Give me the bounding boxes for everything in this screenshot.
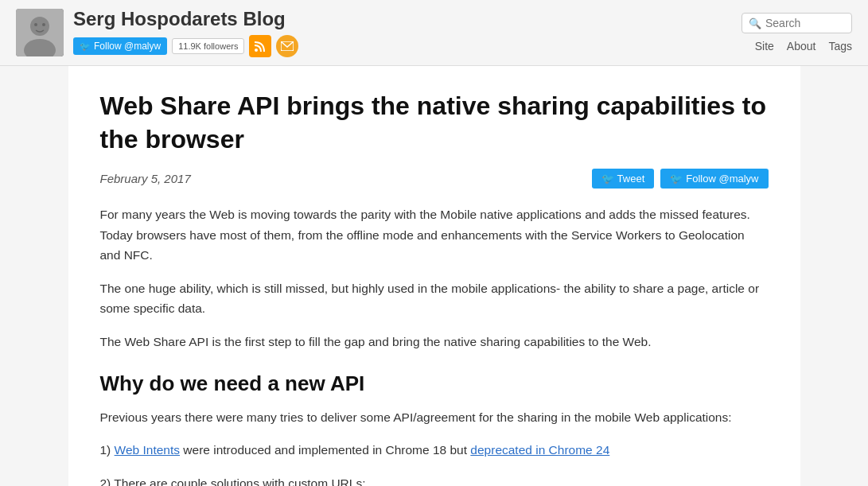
post-paragraph-2: The one huge ability, which is still mis… bbox=[100, 278, 769, 319]
post-date: February 5, 2017 bbox=[100, 172, 191, 185]
tweet-label: Tweet bbox=[617, 173, 645, 185]
header-right: 🔍 Site About Tags bbox=[741, 13, 852, 52]
nav-site[interactable]: Site bbox=[755, 40, 774, 52]
rss-icon[interactable] bbox=[249, 35, 271, 57]
site-header: Serg Hospodarets Blog 🐦 Follow @malyw 11… bbox=[0, 0, 868, 66]
post-body: For many years the Web is moving towards… bbox=[100, 204, 769, 486]
web-intents-link[interactable]: Web Intents bbox=[115, 443, 180, 457]
deprecated-chrome24-link[interactable]: deprecated in Chrome 24 bbox=[470, 443, 609, 457]
post-twitter-icon: 🐦 bbox=[670, 173, 683, 185]
blog-info: Serg Hospodarets Blog 🐦 Follow @malyw 11… bbox=[73, 8, 298, 57]
nav-about[interactable]: About bbox=[787, 40, 816, 52]
svg-point-5 bbox=[255, 49, 258, 52]
blog-title: Serg Hospodarets Blog bbox=[73, 8, 298, 30]
email-icon[interactable] bbox=[276, 35, 298, 57]
svg-point-1 bbox=[30, 17, 49, 36]
list-item-1-middle: were introduced and implemented in Chrom… bbox=[180, 443, 470, 457]
post-actions: 🐦 Tweet 🐦 Follow @malyw bbox=[592, 169, 769, 189]
post-follow-label: Follow @malyw bbox=[686, 173, 758, 185]
search-input[interactable] bbox=[765, 17, 845, 29]
avatar-image bbox=[16, 9, 64, 56]
search-icon: 🔍 bbox=[749, 17, 761, 29]
section1-title: Why do we need a new API bbox=[100, 371, 769, 396]
main-content: Web Share API brings the native sharing … bbox=[68, 66, 800, 486]
section1-p1: Previous years there were many tries to … bbox=[100, 407, 769, 428]
social-buttons: 🐦 Follow @malyw 11.9K followers bbox=[73, 35, 298, 57]
avatar bbox=[16, 9, 64, 56]
search-box[interactable]: 🔍 bbox=[741, 13, 852, 33]
nav-tags[interactable]: Tags bbox=[828, 40, 852, 52]
twitter-icon: 🐦 bbox=[80, 41, 91, 52]
twitter-follow-label: Follow @malyw bbox=[94, 41, 161, 52]
nav-links: Site About Tags bbox=[755, 40, 852, 52]
list-item-1: 1) Web Intents were introduced and imple… bbox=[100, 440, 769, 461]
tweet-icon: 🐦 bbox=[601, 173, 614, 185]
list-item-1-prefix: 1) bbox=[100, 443, 115, 457]
followers-badge: 11.9K followers bbox=[172, 38, 244, 54]
post-follow-button[interactable]: 🐦 Follow @malyw bbox=[660, 169, 768, 189]
post-meta-row: February 5, 2017 🐦 Tweet 🐦 Follow @malyw bbox=[100, 169, 769, 189]
svg-point-3 bbox=[34, 23, 37, 26]
list-item-2-prefix: 2) There are couple solutions with custo… bbox=[100, 473, 769, 486]
header-left: Serg Hospodarets Blog 🐦 Follow @malyw 11… bbox=[16, 8, 298, 57]
page-container: Serg Hospodarets Blog 🐦 Follow @malyw 11… bbox=[0, 0, 868, 486]
tweet-button[interactable]: 🐦 Tweet bbox=[592, 169, 655, 189]
post-title: Web Share API brings the native sharing … bbox=[100, 90, 769, 156]
twitter-follow-button[interactable]: 🐦 Follow @malyw bbox=[73, 37, 167, 55]
post-paragraph-3: The Web Share API is the first step to f… bbox=[100, 332, 769, 352]
post-paragraph-1: For many years the Web is moving towards… bbox=[100, 204, 769, 266]
svg-point-4 bbox=[42, 23, 45, 26]
